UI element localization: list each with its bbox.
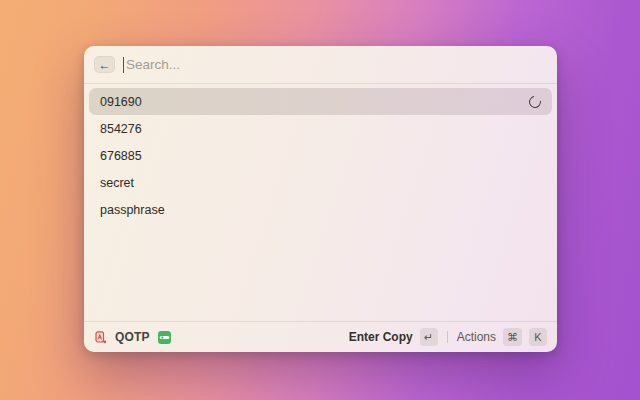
footer-left: QOTP: [94, 330, 171, 344]
enter-keycap[interactable]: ↵: [420, 328, 438, 346]
footer-divider: [447, 331, 448, 343]
search-input[interactable]: [126, 57, 547, 72]
back-button[interactable]: ←: [94, 56, 115, 73]
list-item-label: 854276: [100, 122, 541, 136]
command-keycap[interactable]: ⌘: [503, 328, 522, 346]
footer-right: Enter Copy ↵ Actions ⌘ K: [349, 328, 547, 346]
list-item-label: 676885: [100, 149, 541, 163]
action-bar: QOTP Enter Copy ↵ Actions ⌘ K: [84, 321, 557, 352]
list-item-label: 091690: [100, 95, 529, 109]
qotp-extension-icon: [94, 331, 107, 344]
return-key-icon: ↵: [424, 331, 433, 344]
results-list: 091690854276676885secretpassphrase: [84, 84, 557, 321]
list-item[interactable]: secret: [89, 169, 552, 196]
k-keycap[interactable]: K: [529, 328, 547, 346]
actions-label[interactable]: Actions: [457, 330, 496, 344]
text-caret: [123, 57, 124, 73]
vault-icon: [158, 331, 171, 344]
launcher-window: ← 091690854276676885secretpassphrase QOT…: [84, 46, 557, 352]
list-item[interactable]: 676885: [89, 142, 552, 169]
app-name: QOTP: [115, 330, 150, 344]
list-item-label: passphrase: [100, 203, 541, 217]
search-bar: ←: [84, 46, 557, 84]
list-item-label: secret: [100, 176, 541, 190]
list-item[interactable]: 854276: [89, 115, 552, 142]
list-item[interactable]: 091690: [89, 88, 552, 115]
list-item[interactable]: passphrase: [89, 196, 552, 223]
loading-spinner-icon: [527, 93, 544, 110]
back-arrow-icon: ←: [99, 58, 111, 72]
primary-action-label: Enter Copy: [349, 330, 413, 344]
